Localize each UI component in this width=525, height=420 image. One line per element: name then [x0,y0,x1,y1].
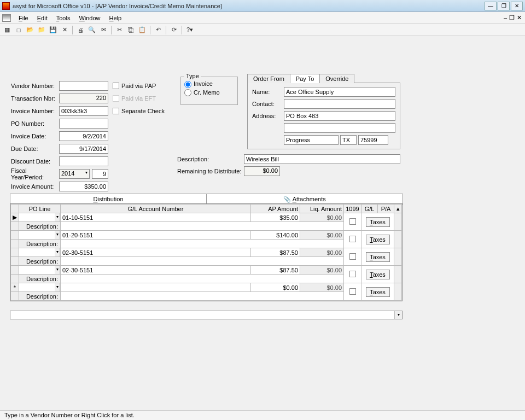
mdi-minimize[interactable]: – [504,14,507,21]
gl-account-cell[interactable]: ▾02-30-5151 [61,266,251,275]
tab-override[interactable]: Override [319,74,354,83]
row-description-cell[interactable] [61,292,344,301]
gl-account-cell[interactable]: ▾01-20-5151 [61,231,251,240]
separate-check-checkbox[interactable] [113,108,119,114]
menu-file[interactable]: File [14,14,33,22]
taxes-button[interactable]: Taxes [366,252,390,262]
save-disk-button[interactable]: 💾 [48,25,58,35]
new-button[interactable]: □ [14,25,24,35]
po-number-input[interactable] [59,119,108,129]
address2-input[interactable] [284,123,395,133]
invoice-date-input[interactable] [59,131,108,141]
address-panel: Order From Pay To Override Name: Contact… [247,73,400,149]
undo-button[interactable]: ↶ [153,25,163,35]
paid-via-pap-checkbox[interactable] [113,83,119,89]
vendor-number-input[interactable] [59,81,108,91]
gl-account-cell[interactable]: ▾02-30-5151 [61,248,251,257]
mdi-close[interactable]: ✕ [517,14,522,21]
tab-distribution[interactable]: Distribution [10,194,207,205]
row-description-label: Description: [19,292,61,301]
send-button[interactable]: ✉ [98,25,108,35]
taxes-cell: Taxes [361,231,394,248]
row-description-label: Description: [19,240,61,248]
minimize-button[interactable]: — [485,2,497,10]
tab-order-from[interactable]: Order From [247,74,290,83]
toolbar-app-icon[interactable]: ▦ [2,25,12,35]
save-button[interactable]: 📁 [37,25,46,35]
taxes-button[interactable]: Taxes [366,235,390,244]
ap-amount-cell[interactable]: $140.00 [251,231,300,240]
preview-button[interactable]: 🔍 [87,25,97,35]
refresh-button[interactable]: ⟳ [169,25,179,35]
col-gl-account[interactable]: G/L Account Number [61,205,251,213]
c1099-checkbox[interactable] [344,213,361,231]
tab-attachments[interactable]: 📎 Attachments [206,194,403,205]
menu-tools[interactable]: Tools [52,14,75,22]
scroll-down[interactable]: ▾ [394,311,402,319]
close-button[interactable]: ✕ [511,2,523,10]
mdi-restore[interactable]: ❐ [509,14,515,21]
tab-pay-to[interactable]: Pay To [290,74,320,83]
fiscal-period-input[interactable] [92,169,108,179]
col-1099[interactable]: 1099 [344,205,361,213]
system-menu-icon[interactable] [2,14,11,22]
scroll-up[interactable]: ▴ [394,205,402,213]
taxes-button[interactable]: Taxes [366,217,390,227]
row-description-cell[interactable] [61,240,344,248]
row-indicator [11,231,19,240]
row-description-label: Description: [19,222,61,231]
cut-button[interactable]: ✂ [114,25,124,35]
address1-input[interactable] [284,111,395,121]
description-input[interactable] [244,154,400,164]
col-ap-amount[interactable]: AP Amount [251,205,300,213]
invoice-number-input[interactable] [59,106,108,116]
state-input[interactable] [340,135,357,145]
row-description-cell[interactable] [61,222,344,231]
ap-amount-cell[interactable]: $87.50 [251,266,300,275]
type-invoice-radio[interactable]: Invoice [184,80,234,88]
maximize-button[interactable]: ❐ [498,2,510,10]
delete-button[interactable]: ✕ [60,25,69,35]
invoice-date-label: Invoice Date: [11,133,59,139]
liq-amount-cell: $0.00 [300,283,344,292]
transaction-nbr-field: 220 [59,94,108,103]
contact-input[interactable] [284,99,395,109]
ap-amount-cell[interactable]: $35.00 [251,213,300,222]
c1099-checkbox[interactable] [344,283,361,301]
gl-account-cell[interactable]: ▾01-10-5151 [61,213,251,222]
gl-account-cell[interactable]: ▾ [61,283,251,292]
taxes-button[interactable]: Taxes [366,287,390,297]
taxes-cell: Taxes [361,283,394,301]
col-liq-amount[interactable]: Liq. Amount [300,205,344,213]
ap-amount-cell[interactable]: $87.50 [251,248,300,257]
c1099-checkbox[interactable] [344,231,361,248]
open-button[interactable]: 📂 [25,25,35,35]
due-date-input[interactable] [59,144,108,154]
help-button[interactable]: ?▾ [185,25,195,35]
fiscal-year-select[interactable]: 2014▾ [59,169,90,179]
type-legend: Type [184,73,201,79]
zip-input[interactable] [358,135,388,145]
c1099-checkbox[interactable] [344,266,361,283]
ap-amount-cell[interactable]: $0.00 [251,283,300,292]
col-po-line[interactable]: PO Line [19,205,61,213]
city-input[interactable] [284,135,339,145]
col-gl-btn[interactable]: G/L [361,205,378,213]
discount-date-input[interactable] [59,156,108,166]
paste-button[interactable]: 📋 [137,25,147,35]
invoice-amount-input[interactable] [59,182,108,191]
name-input[interactable] [284,87,395,97]
row-description-cell[interactable] [61,275,344,283]
row-description-cell[interactable] [61,257,344,266]
c1099-checkbox[interactable] [344,248,361,266]
taxes-button[interactable]: Taxes [366,270,390,279]
menu-edit[interactable]: Edit [33,14,52,22]
menu-help[interactable]: Help [105,14,126,22]
col-pa[interactable]: P/A [378,205,394,213]
menu-window[interactable]: Window [74,14,104,22]
discount-date-label: Discount Date: [11,158,59,165]
copy-button[interactable]: ⿻ [126,25,136,35]
due-date-label: Due Date: [11,145,59,152]
type-crmemo-radio[interactable]: Cr. Memo [184,89,234,97]
print-button[interactable]: 🖨 [75,25,85,35]
